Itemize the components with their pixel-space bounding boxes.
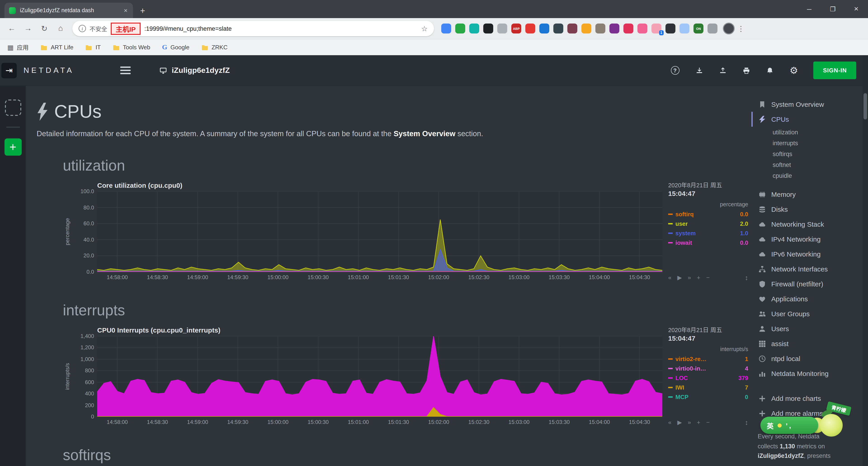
- sidebar-item-assist[interactable]: assist: [751, 336, 863, 351]
- forward-button[interactable]: →: [21, 21, 35, 36]
- extension-icon[interactable]: [623, 24, 633, 33]
- new-tab-button[interactable]: +: [140, 6, 145, 15]
- browser-tab[interactable]: iZuligp6e1dyzfZ netdata dash ×: [4, 3, 133, 18]
- legend-item-virtio0-in[interactable]: virtio0-in…4: [668, 364, 748, 373]
- zoom-in-button[interactable]: +: [697, 274, 700, 281]
- browser-menu-icon[interactable]: ⋮: [735, 24, 747, 33]
- legend-item-mcp[interactable]: MCP0: [668, 392, 748, 402]
- legend-item-user[interactable]: user2.0: [668, 219, 748, 229]
- sidebar-item-firewall-netfilter[interactable]: Firewall (netfilter): [751, 276, 863, 291]
- sidebar-item-netdata-monitoring[interactable]: Netdata Monitoring: [751, 366, 863, 381]
- pan-right-button[interactable]: »: [688, 419, 691, 426]
- export-snapshot-button[interactable]: [719, 67, 726, 74]
- apps-shortcut[interactable]: ▦ 应用: [7, 43, 29, 52]
- resize-handle[interactable]: ↕: [745, 418, 748, 426]
- sidebar-item-users[interactable]: Users: [751, 321, 863, 336]
- bookmark-google[interactable]: G Google: [162, 43, 189, 51]
- selection-tool-icon[interactable]: [5, 99, 21, 116]
- netdata-logo-icon[interactable]: ⇥: [1, 63, 17, 78]
- import-snapshot-button[interactable]: [695, 67, 703, 74]
- bookmark-folder[interactable]: ZRKC: [201, 43, 228, 51]
- scrollbar[interactable]: [863, 55, 868, 466]
- sidebar-item-network-interfaces[interactable]: Network Interfaces: [751, 262, 863, 276]
- play-button[interactable]: ▶: [677, 274, 682, 281]
- ime-language[interactable]: 英: [767, 420, 774, 430]
- profile-avatar[interactable]: [723, 23, 735, 34]
- extension-icon[interactable]: ABP: [511, 24, 521, 33]
- bookmark-folder[interactable]: ART Life: [40, 43, 73, 51]
- extension-icon[interactable]: [539, 24, 549, 33]
- legend-item-loc[interactable]: LOC379: [668, 373, 748, 383]
- home-button[interactable]: ⌂: [53, 21, 68, 36]
- extension-icon[interactable]: ON: [693, 24, 704, 33]
- sidebar-subitem-softirqs[interactable]: softirqs: [751, 148, 863, 159]
- extension-icon[interactable]: [638, 24, 647, 33]
- chart-plot-area[interactable]: [97, 192, 662, 272]
- extension-icon[interactable]: 1: [651, 24, 661, 33]
- extension-icon[interactable]: [610, 24, 619, 33]
- sign-in-button[interactable]: SIGN-IN: [813, 61, 856, 79]
- sidebar-item-disks[interactable]: Disks: [751, 202, 863, 217]
- hamburger-menu-icon[interactable]: [118, 64, 133, 77]
- extension-icon[interactable]: [525, 24, 535, 33]
- sidebar-item-networking-stack[interactable]: Networking Stack: [751, 217, 863, 232]
- zoom-out-button[interactable]: −: [706, 274, 710, 281]
- legend-item-iowait[interactable]: iowait0.0: [668, 238, 748, 247]
- sidebar-item-system-overview[interactable]: System Overview: [751, 97, 863, 112]
- sidebar-item-ntpd-local[interactable]: ntpd local: [751, 351, 863, 366]
- sidebar-subitem-softnet[interactable]: softnet: [751, 159, 863, 170]
- help-button[interactable]: ?: [671, 66, 679, 75]
- sidebar-subitem-cpuidle[interactable]: cpuidle: [751, 170, 863, 181]
- bookmark-folder[interactable]: Tools Web: [113, 43, 150, 51]
- chart-plot-area[interactable]: [97, 336, 662, 417]
- extension-icon[interactable]: [553, 24, 563, 33]
- pan-left-button[interactable]: «: [668, 419, 671, 426]
- alarms-button[interactable]: [766, 67, 773, 74]
- extension-icon[interactable]: [581, 24, 591, 33]
- print-button[interactable]: [743, 67, 750, 74]
- legend-item-softirq[interactable]: softirq0.0: [668, 209, 748, 219]
- extension-icon[interactable]: [483, 24, 493, 33]
- system-overview-link[interactable]: System Overview: [394, 129, 455, 138]
- extension-icon[interactable]: [497, 24, 507, 33]
- settings-button[interactable]: ⚙: [789, 66, 798, 75]
- pan-left-button[interactable]: «: [668, 274, 671, 281]
- tab-close-icon[interactable]: ×: [123, 7, 128, 14]
- scrollbar-thumb[interactable]: [864, 93, 867, 119]
- pan-right-button[interactable]: »: [688, 274, 691, 281]
- sidebar-subitem-interrupts[interactable]: interrupts: [751, 138, 863, 148]
- sidebar-item-ipv4-networking[interactable]: IPv4 Networking: [751, 232, 863, 246]
- extension-icon[interactable]: [455, 24, 465, 33]
- ime-toolbar[interactable]: 英 ’ ,: [761, 417, 818, 434]
- sidebar-item-ipv6-networking[interactable]: IPv6 Networking: [751, 246, 863, 262]
- sidebar-subitem-utilization[interactable]: utilization: [751, 127, 863, 138]
- back-button[interactable]: ←: [4, 21, 19, 36]
- extension-icon[interactable]: [665, 24, 675, 33]
- maximize-button[interactable]: ❐: [821, 0, 844, 18]
- legend-item-system[interactable]: system1.0: [668, 229, 748, 238]
- close-button[interactable]: ×: [844, 0, 868, 18]
- extension-icon[interactable]: [567, 24, 577, 33]
- legend-item-iwi[interactable]: IWI7: [668, 383, 748, 392]
- resize-handle[interactable]: ↕: [745, 274, 748, 282]
- zoom-out-button[interactable]: −: [706, 419, 710, 426]
- bookmark-folder[interactable]: IT: [85, 43, 101, 51]
- host-selector[interactable]: iZuligp6e1dyzfZ: [160, 66, 230, 75]
- add-button[interactable]: +: [4, 139, 22, 156]
- play-button[interactable]: ▶: [677, 419, 682, 426]
- extension-icon[interactable]: [708, 24, 717, 33]
- sidebar-item-cpus[interactable]: CPUs: [751, 112, 863, 127]
- extension-icon[interactable]: [469, 24, 479, 33]
- legend-item-virtio2-re[interactable]: virtio2-re…1: [668, 354, 748, 364]
- sidebar-item-memory[interactable]: Memory: [751, 187, 863, 202]
- extension-icon[interactable]: [441, 24, 451, 33]
- sidebar-item-applications[interactable]: Applications: [751, 291, 863, 306]
- extension-icon[interactable]: [595, 24, 605, 33]
- bookmark-star-icon[interactable]: ☆: [421, 24, 428, 33]
- sidebar-item-user-groups[interactable]: User Groups: [751, 306, 863, 321]
- address-bar[interactable]: i 不安全 主机IP :19999/#menu_cpu;theme=slate …: [72, 21, 434, 36]
- extension-icon[interactable]: [680, 24, 689, 33]
- page-info-icon[interactable]: i: [79, 25, 86, 32]
- zoom-in-button[interactable]: +: [697, 419, 700, 426]
- minimize-button[interactable]: ─: [798, 0, 821, 18]
